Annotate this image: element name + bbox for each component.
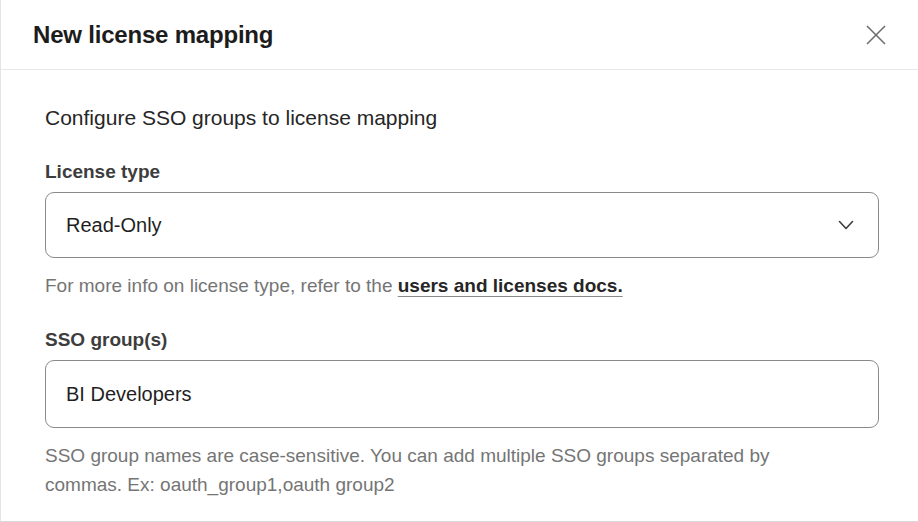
close-icon [863, 22, 889, 48]
sso-groups-input[interactable] [45, 360, 879, 428]
modal-header: New license mapping [1, 0, 918, 70]
sso-groups-label: SSO group(s) [45, 329, 878, 351]
new-license-mapping-modal: New license mapping Configure SSO groups… [0, 0, 918, 522]
sso-groups-field-group: SSO group(s) SSO group names are case-se… [45, 329, 878, 499]
license-type-select[interactable]: Read-Only [45, 192, 879, 258]
chevron-down-icon [838, 220, 854, 231]
license-type-helper-prefix: For more info on license type, refer to … [45, 275, 398, 296]
form-heading: Configure SSO groups to license mapping [45, 106, 878, 130]
license-type-helper-text: For more info on license type, refer to … [45, 271, 878, 300]
users-and-licenses-docs-link[interactable]: users and licenses docs. [398, 275, 623, 296]
modal-title: New license mapping [33, 21, 273, 49]
license-type-label: License type [45, 161, 878, 183]
license-type-field-group: License type Read-Only For more info on … [45, 161, 878, 300]
close-button[interactable] [862, 21, 890, 49]
sso-groups-helper-text: SSO group names are case-sensitive. You … [45, 441, 817, 499]
modal-body: Configure SSO groups to license mapping … [1, 70, 918, 499]
license-type-selected-value: Read-Only [66, 214, 162, 237]
